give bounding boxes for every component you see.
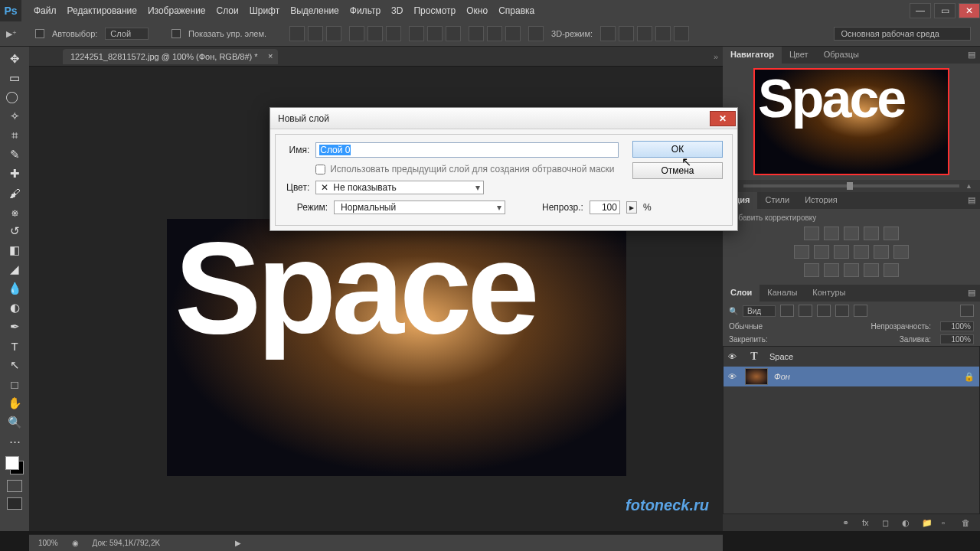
autoselect-checkbox[interactable]	[35, 29, 44, 38]
tab-overflow-icon[interactable]: »	[714, 52, 718, 61]
filter-adjust-icon[interactable]	[799, 305, 812, 317]
hand-tool-icon[interactable]: ✋	[4, 394, 25, 412]
arrange-icon[interactable]	[528, 26, 544, 41]
align-icon[interactable]	[386, 26, 401, 41]
kind-dropdown[interactable]: Вид	[743, 305, 776, 317]
brush-tool-icon[interactable]: 🖌	[4, 184, 25, 202]
path-select-icon[interactable]: ↖	[4, 356, 25, 374]
filter-shape-icon[interactable]	[835, 305, 849, 317]
3d-icon[interactable]	[637, 26, 652, 41]
menu-type[interactable]: Шрифт	[250, 5, 279, 16]
menu-edit[interactable]: Редактирование	[67, 5, 137, 16]
tab-history[interactable]: История	[797, 192, 845, 209]
crop-tool-icon[interactable]: ⌗	[4, 126, 25, 145]
3d-icon[interactable]	[674, 26, 689, 41]
menu-file[interactable]: Файл	[34, 5, 57, 16]
tab-channels[interactable]: Каналы	[760, 285, 805, 302]
ok-button[interactable]: ОК	[632, 141, 723, 158]
filter-smart-icon[interactable]	[854, 305, 867, 317]
color-dropdown[interactable]: ✕ Не показывать ▾	[315, 181, 484, 194]
tab-navigator[interactable]: Навигатор	[723, 47, 782, 64]
link-icon[interactable]: ⚭	[842, 518, 854, 528]
visibility-icon[interactable]: 👁	[728, 352, 739, 361]
align-icon[interactable]	[368, 26, 383, 41]
layer-name[interactable]: Фон	[774, 372, 958, 381]
move-tool-icon[interactable]: ✥	[4, 50, 25, 68]
distribute-icon[interactable]	[409, 26, 424, 41]
adj-icon[interactable]	[854, 245, 869, 259]
menu-window[interactable]: Окно	[466, 5, 488, 16]
type-tool-icon[interactable]: T	[4, 337, 25, 355]
adj-icon[interactable]	[824, 263, 839, 277]
align-icon[interactable]	[289, 26, 305, 41]
adj-icon[interactable]	[874, 245, 889, 259]
menu-view[interactable]: Просмотр	[413, 5, 456, 16]
adj-icon[interactable]	[794, 245, 809, 259]
layer-name[interactable]: Space	[769, 352, 975, 361]
adj-icon[interactable]	[824, 227, 839, 240]
tab-swatches[interactable]: Образцы	[816, 47, 867, 64]
tab-layers[interactable]: Слои	[723, 285, 760, 302]
show-transform-checkbox[interactable]	[172, 29, 181, 38]
new-layer-icon[interactable]: ▫	[942, 518, 954, 527]
quickmask-icon[interactable]	[7, 480, 22, 492]
mask-icon[interactable]: ◻	[882, 518, 894, 528]
screenmode-icon[interactable]	[7, 497, 22, 510]
panel-menu-icon[interactable]: ▤	[963, 285, 980, 302]
adj-icon[interactable]	[834, 245, 849, 259]
adj-icon[interactable]	[884, 227, 899, 240]
blur-tool-icon[interactable]: 💧	[4, 279, 25, 298]
foreground-color[interactable]	[5, 456, 19, 470]
document-tab[interactable]: 1224251_82811572.jpg @ 100% (Фон, RGB/8#…	[63, 49, 278, 64]
gradient-tool-icon[interactable]: ◢	[4, 260, 25, 279]
menu-help[interactable]: Справка	[498, 5, 534, 16]
dodge-tool-icon[interactable]: ◐	[4, 298, 25, 317]
maximize-button[interactable]: ▭	[934, 3, 956, 18]
distribute-icon[interactable]	[427, 26, 443, 41]
fill-value[interactable]: 100%	[940, 334, 974, 344]
3d-icon[interactable]	[619, 26, 634, 41]
autoselect-dropdown[interactable]: Слой	[105, 28, 149, 40]
stamp-tool-icon[interactable]: ⎈	[4, 203, 25, 221]
eyedropper-tool-icon[interactable]: ✎	[4, 145, 25, 164]
status-menu-icon[interactable]: ▶	[235, 539, 241, 547]
adj-icon[interactable]	[804, 263, 819, 277]
dialog-close-button[interactable]: ✕	[710, 111, 736, 126]
adjustment-icon[interactable]: ◐	[902, 518, 914, 528]
layer-row[interactable]: 👁 Фон 🔒	[724, 367, 979, 386]
layer-row[interactable]: 👁 T Space	[724, 347, 979, 367]
adj-icon[interactable]	[844, 227, 859, 240]
panel-menu-icon[interactable]: ▤	[963, 47, 980, 64]
zoom-level[interactable]: 100%	[38, 539, 58, 547]
filter-icon[interactable]: 🔍	[729, 307, 738, 315]
opacity-stepper-icon[interactable]: ▸	[626, 201, 637, 214]
lasso-tool-icon[interactable]: ⃝	[4, 88, 25, 106]
fx-icon[interactable]: fx	[862, 518, 874, 527]
distribute-icon[interactable]	[487, 26, 502, 41]
zoom-in-icon[interactable]: ▲	[965, 182, 972, 190]
dialog-titlebar[interactable]: Новый слой ✕	[270, 108, 737, 129]
workspace-selector[interactable]: Основная рабочая среда	[834, 27, 971, 41]
3d-icon[interactable]	[655, 26, 671, 41]
adj-icon[interactable]	[844, 263, 859, 277]
color-swatch[interactable]	[5, 456, 24, 474]
opacity-value[interactable]: 100%	[940, 321, 974, 331]
name-input[interactable]: Слой 0	[315, 142, 619, 158]
trash-icon[interactable]: 🗑	[962, 518, 974, 527]
blend-mode-dropdown[interactable]: Обычные	[729, 322, 851, 331]
adj-icon[interactable]	[864, 227, 879, 240]
eraser-tool-icon[interactable]: ◧	[4, 241, 25, 259]
wand-tool-icon[interactable]: ✧	[4, 107, 25, 126]
history-brush-icon[interactable]: ↺	[4, 222, 25, 240]
close-window-button[interactable]: ✕	[959, 3, 980, 18]
visibility-icon[interactable]: 👁	[728, 372, 739, 381]
mode-dropdown[interactable]: Нормальный ▾	[334, 201, 505, 214]
adj-icon[interactable]	[814, 245, 829, 259]
adj-icon[interactable]	[864, 263, 879, 277]
close-tab-icon[interactable]: ×	[268, 51, 273, 60]
navigator-zoom-slider[interactable]: ▲ ▲	[723, 180, 980, 192]
menu-layers[interactable]: Слои	[217, 5, 239, 16]
tab-paths[interactable]: Контуры	[805, 285, 853, 302]
zoom-tool-icon[interactable]: 🔍	[4, 413, 25, 432]
3d-icon[interactable]	[600, 26, 616, 41]
